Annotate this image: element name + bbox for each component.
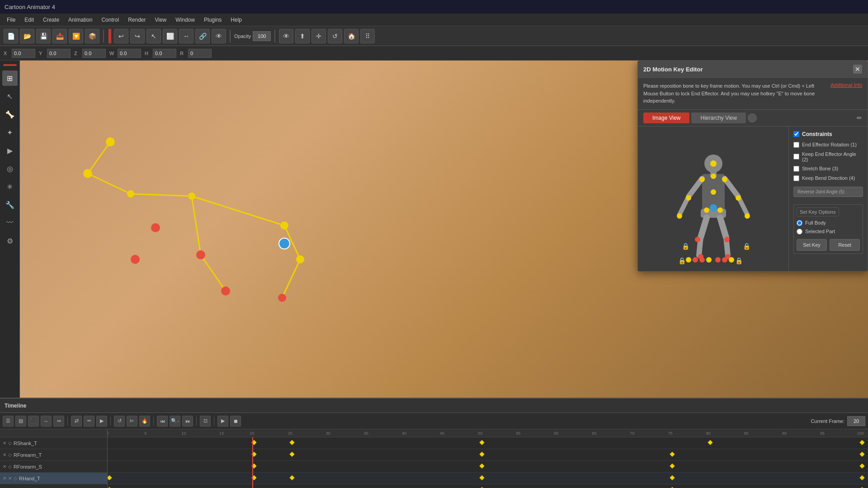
set-key-btn[interactable]: Set Key bbox=[797, 239, 827, 251]
menu-file[interactable]: File bbox=[2, 15, 20, 25]
keyframe-2-5[interactable] bbox=[860, 451, 865, 456]
timeline-playhead[interactable] bbox=[252, 437, 253, 488]
transform-btn[interactable]: ⬜ bbox=[163, 29, 177, 43]
sidebar-btn-ik[interactable]: ✦ bbox=[2, 125, 18, 140]
tl-track-btn[interactable]: ▤ bbox=[15, 416, 26, 427]
tl-minus-btn[interactable]: 🔍- bbox=[170, 416, 180, 427]
keyframe-4-3[interactable] bbox=[289, 475, 294, 480]
keyframe-2-4[interactable] bbox=[670, 451, 675, 456]
menu-plugins[interactable]: Plugins bbox=[199, 15, 226, 25]
track-close-icon-4b[interactable]: ✕ bbox=[8, 476, 12, 481]
menu-create[interactable]: Create bbox=[38, 15, 64, 25]
close-motion-editor-btn[interactable]: ✕ bbox=[853, 65, 862, 74]
home-btn[interactable]: 🏠 bbox=[344, 29, 359, 43]
reset-btn[interactable]: Reset bbox=[830, 239, 860, 251]
tl-list-btn[interactable]: ☰ bbox=[3, 416, 14, 427]
new-file-btn[interactable]: 📄 bbox=[4, 29, 18, 43]
y-input[interactable] bbox=[47, 49, 71, 58]
tl-next-btn[interactable]: ⏭ bbox=[182, 416, 193, 427]
menu-edit[interactable]: Edit bbox=[20, 15, 38, 25]
export2-btn[interactable]: 📦 bbox=[85, 29, 99, 43]
preview-btn[interactable]: 👁 bbox=[279, 29, 293, 43]
tl-loop-btn[interactable]: ↺ bbox=[114, 416, 125, 427]
keyframe-3-3[interactable] bbox=[670, 463, 675, 468]
sidebar-btn-particle[interactable]: ✳ bbox=[2, 179, 18, 194]
menu-animation[interactable]: Animation bbox=[64, 15, 97, 25]
keyframe-4-4[interactable] bbox=[480, 475, 485, 480]
checkbox-end-effector-rotation[interactable] bbox=[793, 142, 799, 148]
track-close-icon-2[interactable]: ✕ bbox=[3, 452, 6, 457]
motion-btn[interactable]: 🔗 bbox=[195, 29, 210, 43]
track-diamond-icon-4[interactable]: ◇ bbox=[14, 476, 17, 481]
keyframe-1-2[interactable] bbox=[289, 440, 294, 445]
sidebar-btn-select[interactable]: ⊞ bbox=[2, 70, 18, 86]
menu-help[interactable]: Help bbox=[226, 15, 246, 25]
export-btn[interactable]: 📤 bbox=[52, 29, 67, 43]
tl-stop-btn[interactable]: ⏹ bbox=[230, 416, 241, 427]
x-input[interactable] bbox=[12, 49, 35, 58]
move-btn[interactable]: ✛ bbox=[311, 29, 326, 43]
keyframe-1-3[interactable] bbox=[480, 440, 485, 445]
canvas-area[interactable]: 2D Motion Key Editor ✕ Please reposition… bbox=[20, 61, 868, 398]
checkbox-stretch-bone[interactable] bbox=[793, 166, 799, 172]
tab-circle[interactable] bbox=[748, 113, 757, 122]
reverse-joint-angle-btn[interactable]: Reverse Joint Angle (5) bbox=[793, 187, 863, 197]
keyframe-2-3[interactable] bbox=[480, 451, 485, 456]
track-close-icon-3[interactable]: ✕ bbox=[3, 464, 6, 469]
tl-edit-btn[interactable]: ✏ bbox=[84, 416, 94, 427]
w-input[interactable] bbox=[118, 49, 141, 58]
tl-expand-btn[interactable]: ↔ bbox=[41, 416, 52, 427]
sidebar-btn-anim[interactable]: ▶ bbox=[2, 143, 18, 158]
menu-render[interactable]: Render bbox=[123, 15, 150, 25]
pencil-btn[interactable]: ✏ bbox=[857, 114, 862, 122]
tl-layout-btn[interactable]: ⬛ bbox=[28, 416, 39, 427]
radio-input-full-body[interactable] bbox=[797, 220, 802, 226]
sidebar-btn-physics[interactable]: 🔧 bbox=[2, 197, 18, 212]
menu-view[interactable]: View bbox=[150, 15, 171, 25]
tab-image-view[interactable]: Image View bbox=[643, 113, 689, 123]
sidebar-btn-spring[interactable]: 〰 bbox=[2, 215, 18, 230]
up-btn[interactable]: ⬆ bbox=[295, 29, 310, 43]
sidebar-btn-camera[interactable]: ◎ bbox=[2, 161, 18, 176]
keyframe-1-4[interactable] bbox=[708, 440, 712, 445]
keyframe-3-2[interactable] bbox=[480, 463, 485, 468]
redo-btn[interactable]: ↪ bbox=[130, 29, 145, 43]
tl-compress-btn[interactable]: ⇔ bbox=[53, 416, 64, 427]
checkbox-keep-end-effector-angle[interactable] bbox=[793, 154, 799, 160]
track-diamond-icon-3[interactable]: ◇ bbox=[8, 464, 12, 469]
r-input[interactable] bbox=[188, 49, 212, 58]
track-close-icon-4[interactable]: ✕ bbox=[3, 476, 6, 481]
tl-prev-btn[interactable]: ⏮ bbox=[157, 416, 168, 427]
undo-btn[interactable]: ↩ bbox=[114, 29, 128, 43]
sidebar-btn-move[interactable]: ↖ bbox=[2, 89, 18, 104]
z-input[interactable] bbox=[82, 49, 106, 58]
tl-forward-btn[interactable]: ▶ bbox=[96, 416, 107, 427]
current-frame-input[interactable] bbox=[847, 416, 865, 426]
keyframe-2-2[interactable] bbox=[289, 451, 294, 456]
additional-info-link[interactable]: Additional Info bbox=[830, 82, 862, 88]
menu-control[interactable]: Control bbox=[97, 15, 123, 25]
track-diamond-icon-1[interactable]: ◇ bbox=[8, 441, 12, 446]
keyframe-1-5[interactable] bbox=[860, 440, 865, 445]
keyframe-4-5[interactable] bbox=[670, 475, 675, 480]
tl-swap-btn[interactable]: ⇄ bbox=[71, 416, 82, 427]
sidebar-btn-bone[interactable]: 🦴 bbox=[2, 107, 18, 122]
opacity-input[interactable] bbox=[253, 31, 271, 41]
checkbox-keep-bend-direction[interactable] bbox=[793, 175, 799, 181]
tab-hierarchy-view[interactable]: Hierarchy View bbox=[691, 113, 745, 123]
track-close-icon-1[interactable]: ✕ bbox=[3, 441, 6, 446]
layout-btn[interactable]: ⠿ bbox=[360, 29, 375, 43]
tl-fit-btn[interactable]: ⊡ bbox=[200, 416, 211, 427]
constraints-master-checkbox[interactable] bbox=[793, 131, 799, 137]
tl-align-btn[interactable]: ⊨ bbox=[127, 416, 137, 427]
tl-play-btn[interactable]: ▶ bbox=[217, 416, 228, 427]
track-diamond-icon-2[interactable]: ◇ bbox=[8, 452, 12, 457]
keyframe-4-6[interactable] bbox=[860, 475, 865, 480]
save-btn[interactable]: 💾 bbox=[36, 29, 51, 43]
tl-flame-btn[interactable]: 🔥 bbox=[139, 416, 150, 427]
keyframe-4-1[interactable] bbox=[108, 475, 112, 480]
radio-input-selected-part[interactable] bbox=[797, 229, 802, 235]
reset-view-btn[interactable]: ↺ bbox=[328, 29, 342, 43]
sidebar-btn-settings[interactable]: ⚙ bbox=[2, 233, 18, 249]
rotate-btn[interactable]: ↔ bbox=[179, 29, 193, 43]
